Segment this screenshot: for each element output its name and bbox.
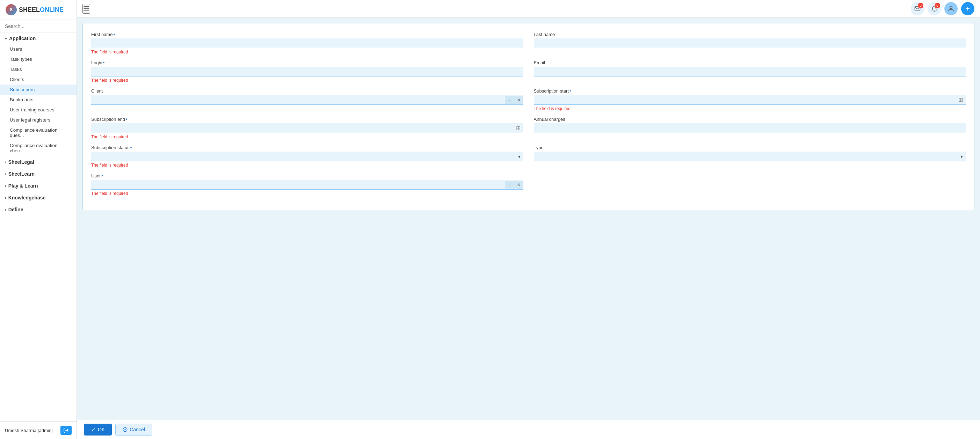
application-chevron: ▾ (5, 36, 7, 41)
hamburger-button[interactable]: ☰ (83, 4, 90, 14)
subscription-end-input[interactable] (91, 123, 513, 133)
avatar[interactable] (944, 2, 958, 15)
define-section: › Define (0, 204, 76, 215)
type-select[interactable]: Type 1 Type 2 (534, 151, 958, 161)
logo-sheel: SHEEL (19, 6, 40, 13)
subscription-start-input-area: ⊞ (534, 95, 966, 105)
play-and-learn-header[interactable]: › Play & Learn (0, 180, 76, 191)
header-icons: 0 0 (911, 2, 974, 15)
play-and-learn-label: Play & Learn (8, 183, 38, 189)
last-name-input[interactable] (534, 38, 966, 48)
type-select-area[interactable]: Type 1 Type 2 ▾ (534, 151, 966, 161)
logo-online: ONLINE (40, 6, 64, 13)
user-error: The field is required (91, 191, 523, 196)
client-input-area: ··· ✕ (91, 95, 523, 105)
logo-text: SHEELONLINE (19, 6, 64, 14)
form-row-4: Subscription end• ⊞ The field is require… (91, 117, 966, 139)
sidebar-item-user-legal-registers[interactable]: User legal registers (0, 115, 76, 125)
sheellegal-chevron: › (5, 160, 6, 164)
subscription-status-select-area[interactable]: Active Inactive ▾ (91, 151, 523, 161)
client-input[interactable] (91, 95, 505, 104)
user-name: Umesh Sharma [admin] (5, 428, 53, 433)
subscription-status-error: The field is required (91, 163, 523, 168)
knowledgebase-label: Knowledgebase (8, 195, 46, 200)
logout-button[interactable] (60, 426, 72, 435)
annual-charges-input[interactable] (534, 123, 966, 133)
user-input[interactable] (91, 180, 505, 189)
first-name-error: The field is required (91, 49, 523, 54)
main-content: ☰ 0 0 First name• (77, 0, 980, 439)
placeholder-field (534, 173, 966, 196)
ok-button[interactable]: OK (84, 424, 112, 436)
type-chevron-icon: ▾ (958, 152, 966, 161)
annual-charges-field: Annual charges (534, 117, 966, 139)
subscription-start-label: Subscription start• (534, 88, 966, 94)
client-field: Client ··· ✕ (91, 88, 523, 111)
sidebar-item-users[interactable]: Users (0, 44, 76, 54)
sidebar-item-compliance-eval-ques[interactable]: Compliance evaluation ques... (0, 125, 76, 140)
bell-button[interactable]: 0 (928, 2, 941, 15)
application-section: ▾ Application Users Task types Tasks Cli… (0, 33, 76, 156)
email-button[interactable]: 0 (911, 2, 924, 15)
sidebar-item-tasks[interactable]: Tasks (0, 64, 76, 75)
knowledgebase-header[interactable]: › Knowledgebase (0, 192, 76, 203)
application-section-header[interactable]: ▾ Application (0, 33, 76, 44)
search-input[interactable] (5, 24, 72, 29)
subscription-status-field: Subscription status• Active Inactive ▾ T… (91, 145, 523, 168)
user-input-area: ··· ✕ (91, 180, 523, 190)
subscription-end-input-area: ⊞ (91, 123, 523, 133)
form-area: First name• The field is required Last n… (77, 17, 980, 439)
client-label: Client (91, 88, 523, 94)
email-input[interactable] (534, 67, 966, 76)
last-name-field: Last name (534, 32, 966, 54)
login-error: The field is required (91, 78, 523, 83)
sidebar-item-subscribers[interactable]: Subscribers (0, 84, 76, 95)
subscription-end-field: Subscription end• ⊞ The field is require… (91, 117, 523, 139)
application-items: Users Task types Tasks Clients Subscribe… (0, 44, 76, 156)
sheellegal-header[interactable]: › SheelLegal (0, 156, 76, 168)
sheellearn-chevron: › (5, 172, 6, 176)
first-name-label: First name• (91, 32, 523, 37)
user-browse-button[interactable]: ··· (505, 181, 514, 189)
subscription-start-input[interactable] (534, 95, 956, 104)
subscription-end-label: Subscription end• (91, 117, 523, 122)
client-clear-button[interactable]: ✕ (514, 96, 523, 104)
subscription-start-field: Subscription start• ⊞ The field is requi… (534, 88, 966, 111)
subscription-status-label: Subscription status• (91, 145, 523, 150)
subscription-start-error: The field is required (534, 106, 966, 111)
email-field: Email (534, 60, 966, 83)
sidebar-item-bookmarks[interactable]: Bookmarks (0, 95, 76, 105)
sheellegal-label: SheelLegal (8, 159, 34, 165)
subscription-start-calendar-button[interactable]: ⊞ (956, 95, 966, 104)
search-area[interactable] (0, 20, 76, 33)
sidebar-item-clients[interactable]: Clients (0, 75, 76, 84)
define-header[interactable]: › Define (0, 204, 76, 215)
login-label: Login• (91, 60, 523, 65)
form-row-1: First name• The field is required Last n… (91, 32, 966, 54)
ok-label: OK (98, 427, 105, 433)
last-name-label: Last name (534, 32, 966, 37)
form-row-3: Client ··· ✕ Subscription start• ⊞ (91, 88, 966, 111)
cancel-button[interactable]: Cancel (115, 424, 152, 436)
user-field: User• ··· ✕ The field is required (91, 173, 523, 196)
bell-badge: 0 (935, 3, 940, 8)
email-badge: 0 (918, 3, 923, 8)
sheellearn-header[interactable]: › SheelLearn (0, 169, 76, 180)
client-browse-button[interactable]: ··· (505, 96, 514, 104)
svg-point-1 (950, 6, 952, 8)
sidebar-nav: ▾ Application Users Task types Tasks Cli… (0, 33, 76, 421)
type-field: Type Type 1 Type 2 ▾ (534, 145, 966, 168)
subscription-end-calendar-button[interactable]: ⊞ (513, 123, 523, 133)
sidebar-footer: Umesh Sharma [admin] (0, 421, 76, 439)
subscription-status-select[interactable]: Active Inactive (91, 151, 515, 161)
user-clear-button[interactable]: ✕ (514, 181, 523, 189)
first-name-input[interactable] (91, 38, 523, 48)
sidebar-item-compliance-eval-chec[interactable]: Compliance evaluation chec... (0, 140, 76, 156)
type-label: Type (534, 145, 966, 150)
user-label: User• (91, 173, 523, 178)
email-label: Email (534, 60, 966, 65)
add-button[interactable] (961, 2, 974, 15)
login-input[interactable] (91, 67, 523, 76)
sidebar-item-user-training-courses[interactable]: User training courses (0, 105, 76, 115)
sidebar-item-task-types[interactable]: Task types (0, 54, 76, 64)
